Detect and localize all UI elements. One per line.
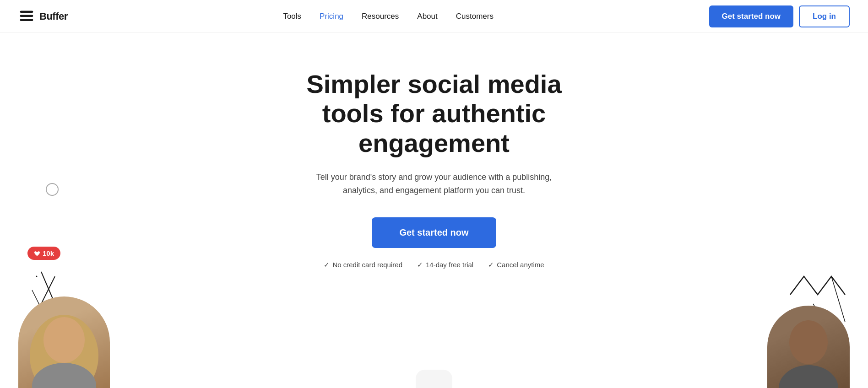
hero-badge-cancel-text: Cancel anytime [497, 261, 544, 269]
hero-badges: ✓ No credit card required ✓ 14-day free … [324, 261, 544, 269]
svg-point-12 [789, 320, 828, 364]
svg-rect-1 [20, 15, 33, 17]
like-count: 10k [43, 249, 54, 257]
person-right-decoration [767, 306, 850, 388]
hero-title: Simpler social media tools for authentic… [278, 70, 590, 158]
hero-badge-free-trial: ✓ 14-day free trial [417, 261, 473, 269]
hero-get-started-button[interactable]: Get started now [372, 217, 496, 248]
like-badge: 10k [27, 247, 60, 260]
nav-item-resources[interactable]: Resources [362, 12, 399, 21]
checkmark-icon-3: ✓ [488, 261, 494, 269]
svg-rect-2 [20, 19, 33, 21]
hero-badge-no-cc-text: No credit card required [332, 261, 402, 269]
nav-item-tools[interactable]: Tools [283, 12, 301, 21]
nav-links: Tools Pricing Resources About Customers [283, 12, 494, 21]
nav-item-about[interactable]: About [417, 12, 437, 21]
svg-point-6 [36, 276, 38, 277]
emoji-pill-decoration [416, 370, 452, 388]
hero-badge-no-cc: ✓ No credit card required [324, 261, 402, 269]
logo[interactable]: Buffer [18, 8, 68, 25]
person-left-svg [18, 296, 110, 388]
hero-badge-cancel: ✓ Cancel anytime [488, 261, 544, 269]
navbar: Buffer Tools Pricing Resources About Cus… [0, 0, 868, 33]
logo-text: Buffer [39, 11, 68, 22]
svg-point-13 [779, 365, 838, 388]
circle-decoration [46, 183, 59, 196]
hero-section: 10k [0, 33, 868, 388]
svg-point-8 [43, 317, 85, 363]
checkmark-icon-2: ✓ [417, 261, 423, 269]
hero-subtitle: Tell your brand's story and grow your au… [301, 171, 567, 197]
person-left-decoration [18, 296, 110, 388]
nav-get-started-button[interactable]: Get started now [709, 5, 793, 27]
checkmark-icon-1: ✓ [324, 261, 330, 269]
heart-icon [34, 250, 40, 257]
person-right-svg [767, 306, 850, 388]
nav-login-button[interactable]: Log in [799, 5, 850, 27]
nav-actions: Get started now Log in [709, 5, 850, 27]
buffer-logo-icon [18, 8, 35, 25]
nav-item-customers[interactable]: Customers [456, 12, 494, 21]
nav-item-pricing[interactable]: Pricing [320, 12, 343, 21]
svg-rect-0 [20, 11, 33, 13]
hero-badge-free-trial-text: 14-day free trial [426, 261, 473, 269]
